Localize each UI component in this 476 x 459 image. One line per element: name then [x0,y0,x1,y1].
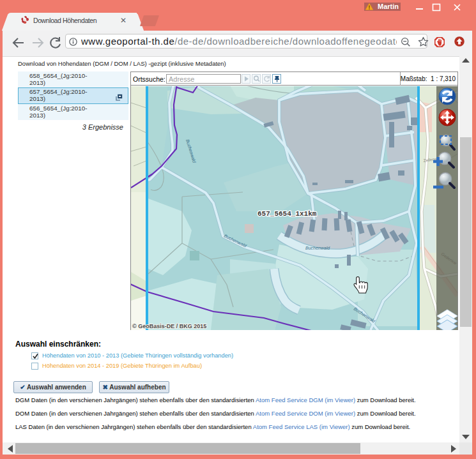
svg-text:Buchenwald: Buchenwald [305,246,330,250]
svg-text:657_5654_1x1km: 657_5654_1x1km [257,210,317,218]
svg-text:© GeoBasis-DE / BKG 2015: © GeoBasis-DE / BKG 2015 [132,323,206,329]
